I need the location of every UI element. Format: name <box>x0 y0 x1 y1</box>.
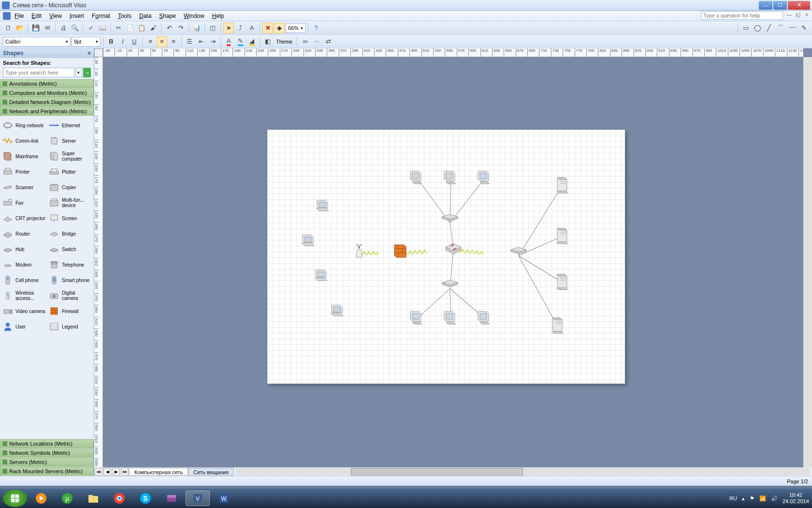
menu-shape[interactable]: Shape <box>155 12 180 20</box>
shape-item-screen[interactable]: Screen <box>47 211 93 225</box>
diagram-laptop[interactable] <box>312 266 331 285</box>
align-center-button[interactable]: ≡ <box>157 36 167 47</box>
last-page-button[interactable]: ⏭ <box>121 468 129 476</box>
mdi-restore-icon[interactable]: ◱ <box>795 12 801 18</box>
shape-item-mfd[interactable]: Multi-fun... device <box>47 195 93 210</box>
menu-window[interactable]: Window <box>180 12 208 20</box>
bold-button[interactable]: B <box>106 36 116 47</box>
shape-item-fax[interactable]: Fax <box>1 195 46 210</box>
line-ends-button[interactable]: ⇄ <box>323 36 334 47</box>
shape-item-zigzag[interactable]: Comm-link <box>1 134 46 148</box>
research-button[interactable]: 📖 <box>97 23 108 33</box>
diagram-firewall[interactable] <box>391 242 410 261</box>
menu-file[interactable]: File <box>11 12 28 20</box>
freeform-tool-button[interactable]: 〰 <box>787 23 798 33</box>
stencil-bottom-1[interactable]: Network Symbols (Metric) <box>0 448 94 457</box>
horizontal-ruler[interactable]: -30-101030507090110130150170190210230250… <box>103 48 803 57</box>
format-painter-button[interactable]: 🖌 <box>148 23 159 33</box>
print-button[interactable]: 🖨 <box>58 23 69 33</box>
diagram-wireless-ap[interactable] <box>349 242 369 261</box>
minimize-button[interactable]: — <box>759 1 772 10</box>
cut-button[interactable]: ✂ <box>113 23 124 33</box>
tray-language[interactable]: RU <box>729 495 737 501</box>
taskbar-visio-icon[interactable]: V <box>186 491 210 506</box>
diagram-server-tower[interactable] <box>552 226 572 246</box>
shape-item-mainframe[interactable]: Mainframe <box>1 149 46 164</box>
open-button[interactable]: 📂 <box>14 23 25 33</box>
diagram-switch[interactable] <box>440 279 460 288</box>
new-button[interactable]: 🗋 <box>3 23 14 33</box>
diagram-server-tower[interactable] <box>552 176 572 195</box>
taskbar-chrome-icon[interactable] <box>107 491 131 506</box>
mdi-close-icon[interactable]: × <box>803 12 810 18</box>
taskbar-media-player-icon[interactable] <box>29 491 53 506</box>
maximize-button[interactable]: ☐ <box>773 1 787 10</box>
vertical-scrollbar[interactable] <box>803 57 812 467</box>
datagraphics-button[interactable]: 📊 <box>191 23 202 33</box>
shape-item-hub[interactable]: Hub <box>1 242 46 256</box>
spelling-button[interactable]: ✓ <box>86 23 96 33</box>
shape-item-dcam[interactable]: Digital camera <box>47 288 93 303</box>
shape-item-switch[interactable]: Switch <box>47 242 93 256</box>
pencil-tool-button[interactable]: ✎ <box>798 23 809 33</box>
shapes-search-go-button[interactable]: → <box>83 68 91 77</box>
line-tool-button[interactable]: ╱ <box>764 23 774 33</box>
save-button[interactable]: 💾 <box>30 23 41 33</box>
shape-item-vcam[interactable]: Video camera <box>1 304 46 318</box>
shapes-panel-close-icon[interactable]: × <box>87 50 91 57</box>
shapes-search-dropdown[interactable]: ▾ <box>75 68 82 77</box>
shape-item-copier[interactable]: Copier <box>47 180 93 194</box>
rectangle-tool-button[interactable]: ▭ <box>740 23 751 33</box>
theme-label[interactable]: Theme <box>274 39 294 45</box>
vertical-ruler[interactable]: -30-101030507090110130150170190210230250… <box>94 57 103 467</box>
shape-item-scanner[interactable]: Scanner <box>1 180 46 194</box>
page-tab-2[interactable]: Сеть вещания <box>188 468 234 476</box>
print-preview-button[interactable]: 🔍 <box>70 23 80 33</box>
shape-item-phone[interactable]: Telephone <box>47 257 93 272</box>
tray-clock[interactable]: 18:42 24.02.2014 <box>783 492 809 505</box>
font-color-button[interactable]: A <box>223 36 234 47</box>
shape-item-modem[interactable]: Modem <box>1 257 46 272</box>
shape-item-smart[interactable]: Smart phone <box>47 273 93 287</box>
menu-format[interactable]: Format <box>88 12 114 20</box>
shapes-search-input[interactable] <box>3 68 74 77</box>
diagram-laptop[interactable] <box>328 301 347 321</box>
diagram-pc[interactable] <box>407 168 427 188</box>
prev-page-button[interactable]: ◀ <box>103 468 111 476</box>
shape-item-ethernet[interactable]: Ethernet <box>47 118 93 133</box>
shape-item-cell[interactable]: Cell phone <box>1 273 46 287</box>
start-button[interactable] <box>3 490 27 507</box>
pointer-tool-button[interactable]: ➤ <box>223 23 234 33</box>
connector-tool-button[interactable]: ⤴ <box>235 23 246 33</box>
autoconnect-button[interactable]: ◆ <box>274 23 285 33</box>
undo-button[interactable]: ↶ <box>164 23 174 33</box>
paste-button[interactable]: 📋 <box>136 23 147 33</box>
diagram-router[interactable] <box>444 239 463 258</box>
shape-item-super[interactable]: Super computer <box>47 149 93 164</box>
taskbar-explorer-icon[interactable] <box>81 491 105 506</box>
taskbar-winrar-icon[interactable] <box>160 491 184 506</box>
menu-view[interactable]: View <box>45 12 66 20</box>
increase-indent-button[interactable]: ⇥ <box>207 36 218 47</box>
tray-sound-icon[interactable]: 🔊 <box>771 495 778 502</box>
theme-icon[interactable]: ◧ <box>262 36 273 47</box>
diagram-laptop[interactable] <box>313 196 333 216</box>
connection-point-button[interactable]: ✖ <box>262 23 273 33</box>
stencil-bottom-3[interactable]: Rack Mounted Servers (Metric) <box>0 467 94 476</box>
shape-item-server[interactable]: Server <box>47 134 93 148</box>
line-color-button[interactable]: ✎ <box>235 36 246 47</box>
diagram-pc[interactable] <box>407 309 427 328</box>
fill-color-button[interactable]: ◢ <box>246 36 257 47</box>
shape-item-wap[interactable]: Wireless access... <box>1 288 46 303</box>
shape-item-bridge[interactable]: Bridge <box>47 226 93 241</box>
copy-button[interactable]: 📄 <box>125 23 135 33</box>
font-dropdown[interactable]: Calibri▾ <box>3 37 71 46</box>
taskbar-utorrent-icon[interactable]: µ <box>55 491 79 506</box>
help-button[interactable]: ? <box>311 23 321 33</box>
ellipse-tool-button[interactable]: ◯ <box>752 23 763 33</box>
zoom-dropdown[interactable]: 66%▾ <box>286 23 305 33</box>
shape-item-firewall[interactable]: Firewall <box>47 304 93 318</box>
align-right-button[interactable]: ≡ <box>168 36 179 47</box>
stencil-0[interactable]: Annotations (Metric) <box>0 79 94 88</box>
drawing-page[interactable] <box>267 130 625 384</box>
